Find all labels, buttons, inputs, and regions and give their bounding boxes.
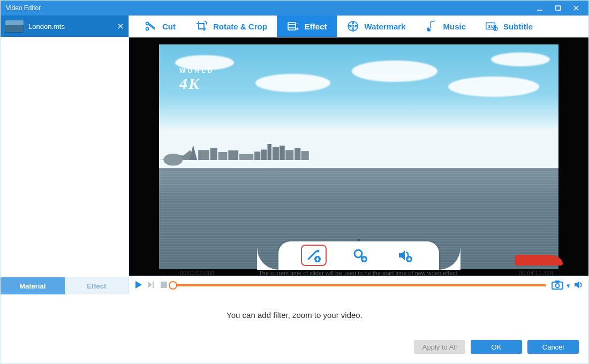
video-frame[interactable]: WORLD 4K ⌄ [159,44,558,269]
titlebar: Video Editor [1,1,588,16]
tool-label: Subtitle [503,22,533,31]
crop-rotate-icon [195,20,208,33]
svg-marker-53 [148,282,152,288]
svg-rect-26 [198,150,209,160]
right-column: Cut Rotate & Crop [129,16,588,294]
play-button[interactable] [134,280,143,291]
svg-point-39 [163,154,183,166]
svg-point-15 [352,25,354,27]
timeline-track[interactable] [173,283,546,288]
boat-graphic [515,255,563,266]
sidebar-tab-material[interactable]: Material [1,277,65,294]
svg-rect-54 [153,282,154,288]
tool-cut[interactable]: Cut [134,16,185,37]
app-title: Video Editor [6,4,531,12]
svg-rect-33 [268,144,272,160]
timeline: 00:00:00.000 The current time of slider … [129,276,588,294]
svg-point-17 [352,28,353,30]
svg-rect-35 [280,146,285,160]
app-window: Video Editor London.mts Material Effec [0,0,589,364]
svg-rect-29 [228,150,238,160]
window-maximize-button[interactable] [549,1,567,16]
sidebar: London.mts Material Effect [1,16,129,294]
chevron-down-icon[interactable]: ⌄ [356,235,361,242]
tool-label: Effect [305,22,327,31]
svg-rect-58 [555,280,560,283]
add-filter-button[interactable] [301,245,327,266]
scissors-icon [144,20,157,33]
svg-text:T: T [495,27,497,31]
add-volume-button[interactable] [393,246,417,265]
svg-rect-38 [301,151,309,160]
upper-area: London.mts Material Effect [1,16,588,294]
action-row: Apply to All OK Cancel [1,340,588,356]
volume-button[interactable] [573,280,583,291]
tool-music[interactable]: Music [416,16,476,37]
film-reel-icon [346,20,359,33]
svg-rect-27 [210,148,217,160]
svg-point-7 [146,28,149,31]
file-tab[interactable]: London.mts [1,16,129,37]
step-button[interactable] [147,280,156,291]
ok-button[interactable]: OK [471,340,522,354]
svg-rect-28 [218,152,228,160]
tool-subtitle[interactable]: SUB T Subtitle [475,16,542,37]
filmstrip-sparkle-icon [286,20,299,33]
bottom-hint: You can add filter, zoom to your video. [226,310,363,320]
svg-marker-52 [135,281,142,289]
svg-rect-32 [261,149,267,160]
skyline-graphic [159,136,309,168]
bottom-panel: You can add filter, zoom to your video. … [1,294,588,363]
apply-to-all-button: Apply to All [414,340,465,354]
tool-label: Rotate & Crop [213,22,267,31]
timeline-knob[interactable] [169,281,177,290]
tool-label: Cut [162,22,176,31]
sidebar-tab-effect[interactable]: Effect [65,277,129,294]
toolbar: Cut Rotate & Crop [129,16,588,37]
svg-point-19 [355,25,357,27]
svg-point-57 [556,284,560,287]
svg-point-14 [348,21,358,31]
svg-rect-56 [552,282,563,289]
file-name: London.mts [28,22,112,31]
window-minimize-button[interactable] [531,1,549,16]
subtitle-icon: SUB T [485,20,498,33]
svg-rect-10 [288,22,296,30]
svg-point-18 [349,25,350,27]
tool-watermark[interactable]: Watermark [337,16,416,37]
svg-rect-31 [254,151,260,160]
preview-watermark: WORLD 4K [179,67,214,92]
svg-point-6 [146,22,149,25]
sidebar-tabs: Material Effect [1,277,129,294]
window-close-button[interactable] [567,1,585,16]
snapshot-chevron-icon[interactable]: ▾ [567,282,570,290]
play-controls [134,280,168,291]
sidebar-body [1,37,129,277]
effect-tray: ⌄ [278,241,439,270]
tool-label: Watermark [365,22,406,31]
music-note-icon [425,20,438,33]
preview-area: WORLD 4K ⌄ [129,37,588,276]
svg-point-13 [297,23,298,24]
file-thumbnail [5,20,24,33]
svg-rect-55 [161,282,167,288]
svg-rect-36 [285,150,293,160]
stop-button[interactable] [160,281,168,290]
svg-rect-1 [556,6,561,10]
timecode-duration: 00:04:11.324 [519,270,553,276]
file-close-button[interactable] [117,22,124,31]
svg-rect-30 [239,154,253,160]
svg-rect-34 [273,147,279,160]
svg-point-16 [352,22,353,24]
add-zoom-button[interactable] [348,246,372,265]
cancel-button[interactable]: Cancel [527,340,579,354]
tool-effect[interactable]: Effect [277,16,337,37]
tool-label: Music [443,22,466,31]
snapshot-button[interactable] [552,280,563,291]
tool-rotate-crop[interactable]: Rotate & Crop [185,16,277,37]
timecode-current: 00:00:00.000 [180,270,214,276]
svg-rect-37 [294,148,300,160]
